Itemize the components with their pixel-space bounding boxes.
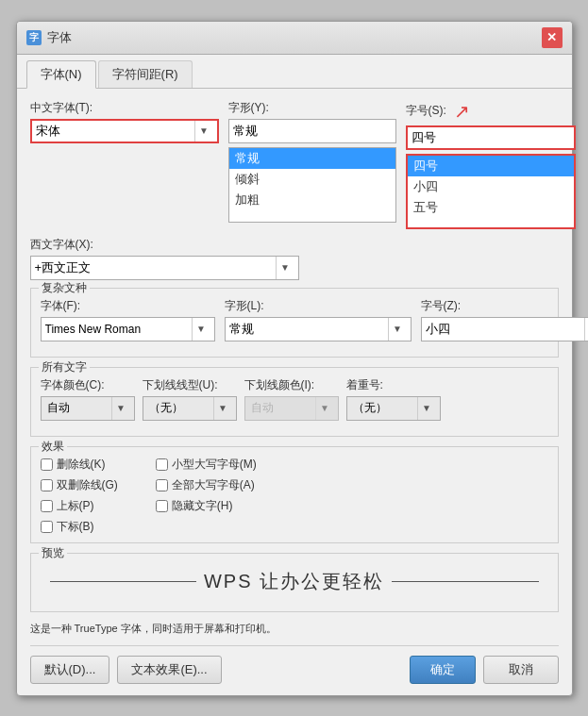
small-caps-checkbox[interactable]	[156, 458, 168, 471]
effects-columns: 删除线(K) 双删除线(G) 上标(P) 下标(B)	[41, 457, 548, 535]
chinese-font-input[interactable]	[36, 121, 194, 142]
emphasis-arrow[interactable]: ▼	[417, 397, 436, 420]
title-bar-left: 字 字体	[26, 29, 72, 46]
strikethrough-checkbox[interactable]	[41, 458, 53, 471]
font-color-label: 字体颜色(C):	[41, 377, 135, 393]
checkbox-superscript[interactable]: 上标(P)	[41, 498, 118, 514]
chinese-font-dropdown-arrow[interactable]: ▼	[194, 121, 213, 142]
complex-font-input-row[interactable]: ▼	[41, 317, 215, 341]
font-style-group: 字形(Y): 常规 倾斜 加粗	[228, 100, 396, 229]
complex-font-label: 字体(F):	[41, 298, 215, 314]
effects-title: 效果	[39, 439, 67, 455]
preview-line-left	[50, 581, 196, 582]
effects-section: 效果 删除线(K) 双删除线(G) 上标(P)	[30, 446, 559, 543]
font-style-list[interactable]: 常规 倾斜 加粗	[228, 147, 396, 223]
default-button[interactable]: 默认(D)...	[30, 656, 110, 684]
underline-color-value: 自动	[249, 400, 315, 416]
emphasis-group: 着重号: （无） ▼	[346, 377, 441, 421]
western-font-input-row[interactable]: ▼	[30, 256, 299, 280]
chinese-font-input-row[interactable]: ▼	[30, 119, 219, 143]
double-strikethrough-checkbox[interactable]	[41, 479, 53, 491]
font-size-list[interactable]: 四号 小四 五号	[406, 154, 576, 229]
preview-text: WPS 让办公更轻松	[204, 569, 384, 594]
underline-style-input-row[interactable]: （无） ▼	[143, 396, 237, 421]
checkbox-strikethrough[interactable]: 删除线(K)	[41, 457, 118, 473]
tab-font[interactable]: 字体(N)	[26, 60, 96, 89]
red-arrow-icon: ↗	[454, 100, 470, 123]
title-bar: 字 字体 ✕	[17, 22, 572, 55]
western-font-placeholder	[309, 237, 559, 280]
double-strikethrough-label: 双删除线(G)	[57, 477, 118, 493]
complex-font-group: 字体(F): ▼	[41, 298, 215, 341]
text-effect-button[interactable]: 文本效果(E)...	[117, 656, 221, 684]
font-style-input[interactable]	[233, 120, 392, 142]
all-caps-checkbox[interactable]	[156, 479, 168, 491]
complex-size-arrow[interactable]: ▼	[584, 318, 589, 341]
superscript-label: 上标(P)	[57, 498, 94, 514]
effects-left: 删除线(K) 双删除线(G) 上标(P) 下标(B)	[41, 457, 118, 535]
underline-style-group: 下划线线型(U): （无） ▼	[143, 377, 237, 421]
western-font-row: 西文字体(X): ▼	[30, 237, 559, 280]
checkbox-double-strikethrough[interactable]: 双删除线(G)	[41, 477, 118, 493]
font-color-group: 字体颜色(C): 自动 ▼	[41, 377, 135, 421]
underline-style-arrow[interactable]: ▼	[213, 397, 232, 420]
size-option-xiaosi[interactable]: 小四	[408, 176, 574, 197]
close-button[interactable]: ✕	[542, 27, 563, 48]
complex-style-input[interactable]	[229, 318, 388, 341]
all-caps-label: 全部大写字母(A)	[172, 477, 255, 493]
complex-size-input[interactable]	[426, 318, 584, 341]
style-option-italic[interactable]: 倾斜	[229, 169, 395, 190]
button-row: 默认(D)... 文本效果(E)... 确定 取消	[30, 645, 559, 684]
checkbox-subscript[interactable]: 下标(B)	[41, 519, 118, 535]
underline-color-label: 下划线颜色(I):	[244, 377, 339, 393]
emphasis-value: （无）	[351, 400, 417, 416]
font-size-input[interactable]	[412, 127, 570, 148]
western-font-dropdown-arrow[interactable]: ▼	[276, 257, 294, 279]
complex-section: 复杂文种 字体(F): ▼ 字形(L): ▼	[30, 288, 559, 358]
checkbox-hidden[interactable]: 隐藏文字(H)	[156, 498, 257, 514]
checkbox-all-caps[interactable]: 全部大写字母(A)	[156, 477, 257, 493]
emphasis-input-row[interactable]: （无） ▼	[346, 396, 441, 421]
style-option-bold[interactable]: 加粗	[229, 190, 395, 210]
ok-button[interactable]: 确定	[410, 656, 476, 684]
main-font-row: 中文字体(T): ▼ 字形(Y): 常规 倾斜 加粗	[30, 100, 559, 229]
emphasis-label: 着重号:	[346, 377, 441, 393]
underline-color-input-row[interactable]: 自动 ▼	[244, 396, 339, 421]
cancel-button[interactable]: 取消	[483, 656, 559, 684]
chinese-font-label: 中文字体(T):	[30, 100, 219, 116]
complex-style-arrow[interactable]: ▼	[388, 318, 407, 341]
preview-inner: WPS 让办公更轻松	[50, 569, 539, 594]
underline-style-value: （无）	[147, 400, 213, 416]
font-size-input-row[interactable]	[406, 125, 576, 150]
effects-right: 小型大写字母(M) 全部大写字母(A) 隐藏文字(H)	[156, 457, 257, 535]
underline-color-group: 下划线颜色(I): 自动 ▼	[244, 377, 339, 421]
size-option-4[interactable]: 四号	[408, 156, 574, 176]
preview-title: 预览	[39, 545, 67, 561]
tab-spacing[interactable]: 字符间距(R)	[98, 60, 193, 88]
western-font-input[interactable]	[35, 257, 276, 279]
superscript-checkbox[interactable]	[41, 500, 53, 512]
complex-section-title: 复杂文种	[39, 280, 90, 296]
strikethrough-label: 删除线(K)	[57, 457, 106, 473]
size-option-5[interactable]: 五号	[408, 197, 574, 218]
checkbox-small-caps[interactable]: 小型大写字母(M)	[156, 457, 257, 473]
subscript-checkbox[interactable]	[41, 521, 53, 533]
truetype-note: 这是一种 TrueType 字体，同时适用于屏幕和打印机。	[30, 622, 559, 636]
complex-font-input[interactable]	[45, 318, 192, 341]
underline-style-label: 下划线线型(U):	[143, 377, 237, 393]
font-style-label: 字形(Y):	[228, 100, 396, 116]
font-color-arrow[interactable]: ▼	[111, 397, 130, 420]
complex-font-arrow[interactable]: ▼	[192, 318, 210, 341]
hidden-checkbox[interactable]	[156, 500, 168, 512]
underline-color-arrow[interactable]: ▼	[315, 397, 334, 420]
complex-font-row: 字体(F): ▼ 字形(L): ▼ 字号(Z):	[41, 298, 548, 341]
all-text-section: 所有文字 字体颜色(C): 自动 ▼ 下划线线型(U): （无） ▼	[30, 367, 559, 437]
all-text-row: 字体颜色(C): 自动 ▼ 下划线线型(U): （无） ▼ 下划线颜	[41, 377, 548, 421]
font-size-label: 字号(S):	[406, 103, 446, 119]
complex-style-input-row[interactable]: ▼	[225, 317, 412, 341]
style-option-regular[interactable]: 常规	[229, 148, 395, 169]
font-style-input-row[interactable]	[228, 119, 396, 143]
complex-size-input-row[interactable]: ▼	[421, 317, 589, 341]
subscript-label: 下标(B)	[57, 519, 94, 535]
font-color-input-row[interactable]: 自动 ▼	[41, 396, 135, 421]
